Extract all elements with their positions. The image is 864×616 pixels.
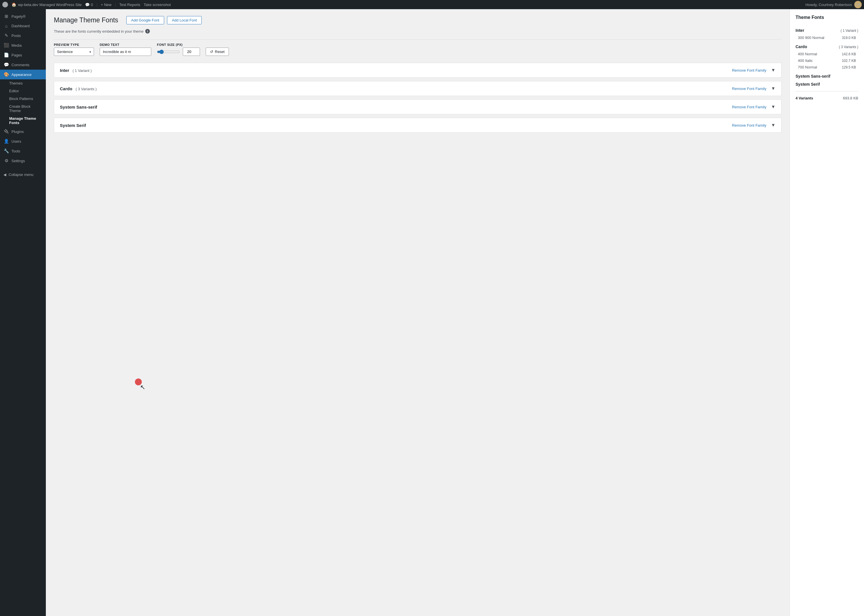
panel-cardo-variant-label-2: 700 Normal	[798, 65, 817, 69]
sidebar-sub-item-create-block-theme[interactable]: Create Block Theme	[9, 102, 46, 115]
panel-divider	[795, 91, 858, 91]
howdy-text: Howdy, Courtney Robertson	[806, 3, 852, 7]
sans-chevron-icon: ▼	[771, 104, 776, 110]
panel-total-variants: 4 Variants	[795, 96, 813, 100]
sidebar-item-media[interactable]: ⬛ Media	[0, 41, 46, 50]
font-item-cardo: Cardo ( 3 Variants ) Remove Font Family …	[54, 81, 781, 96]
subtitle-text: These are the fonts currently embedded i…	[54, 29, 143, 33]
remove-cardo-link[interactable]: Remove Font Family	[732, 86, 766, 91]
media-icon: ⬛	[3, 43, 9, 48]
new-label: + New	[101, 3, 112, 7]
font-item-sans-name-group: System Sans-serif	[60, 105, 99, 110]
house-icon: 🏠	[11, 2, 16, 7]
panel-total-size: 693.8 KB	[843, 96, 859, 100]
font-item-system-sans-serif: System Sans-serif Remove Font Family ▼	[54, 99, 781, 114]
take-screenshot-link[interactable]: Take screenshot	[144, 3, 171, 7]
font-size-slider[interactable]	[157, 50, 180, 54]
appearance-submenu: Themes Editor Block Patterns Create Bloc…	[0, 79, 46, 127]
font-sans-name: System Sans-serif	[60, 105, 97, 110]
controls-row: PREVIEW TYPE Sentence Paragraph Custom D…	[54, 43, 781, 56]
top-bar: W 🏠 wp-beta.dev Managed WordPress Site 💬…	[0, 0, 864, 9]
panel-cardo-variant-2: 700 Normal 129.5 KB	[795, 64, 858, 71]
panel-inter-variant-0: 300 900 Normal 319.0 KB	[795, 35, 858, 41]
font-item-system-serif: System Serif Remove Font Family ▼	[54, 118, 781, 133]
font-item-cardo-name-group: Cardo ( 3 Variants )	[60, 86, 97, 91]
panel-cardo-variant-label-0: 400 Normal	[798, 52, 817, 56]
panel-inter-name: Inter	[795, 28, 804, 33]
test-reports-link[interactable]: Test Reports	[119, 3, 140, 7]
site-name[interactable]: 🏠 wp-beta.dev Managed WordPress Site	[11, 2, 82, 7]
panel-inter-variant-size-0: 319.0 KB	[842, 36, 856, 40]
sidebar-sub-item-editor[interactable]: Editor	[9, 87, 46, 95]
new-button[interactable]: + New	[101, 3, 112, 7]
subtitle: These are the fonts currently embedded i…	[54, 29, 781, 33]
sidebar-item-pagely[interactable]: ⊞ Pagely®	[0, 11, 46, 21]
font-item-serif-header[interactable]: System Serif Remove Font Family ▼	[54, 118, 781, 132]
pages-icon: 📄	[3, 52, 9, 58]
font-item-serif-name-group: System Serif	[60, 123, 88, 128]
sidebar-item-tools[interactable]: 🔧 Tools	[0, 146, 46, 156]
font-inter-name: Inter	[60, 68, 69, 73]
panel-cardo-variant-1: 400 Italic 102.7 KB	[795, 57, 858, 64]
panel-inter-count: ( 1 Variant )	[840, 29, 858, 33]
sidebar-item-label-posts: Posts	[11, 33, 21, 38]
font-size-row	[157, 47, 200, 56]
sidebar-item-plugins[interactable]: 🔌 Plugins	[0, 127, 46, 137]
demo-text-input[interactable]	[100, 47, 151, 56]
remove-serif-link[interactable]: Remove Font Family	[732, 123, 766, 127]
font-size-group: FONT SIZE (PX)	[157, 43, 200, 56]
preview-type-group: PREVIEW TYPE Sentence Paragraph Custom	[54, 43, 94, 56]
preview-type-select[interactable]: Sentence Paragraph Custom	[54, 47, 94, 56]
page-title: Manage Theme Fonts	[54, 16, 118, 24]
sidebar-item-label-media: Media	[11, 43, 22, 47]
comments-count[interactable]: 💬 0	[85, 3, 93, 7]
info-icon[interactable]: i	[145, 29, 150, 33]
howdy-section: Howdy, Courtney Robertson CR	[806, 1, 862, 8]
add-local-font-button[interactable]: Add Local Font	[167, 16, 202, 24]
panel-cardo-count: ( 3 Variants )	[839, 45, 858, 49]
panel-system-sans-name: System Sans-serif	[795, 74, 858, 79]
remove-sans-link[interactable]: Remove Font Family	[732, 105, 766, 109]
font-item-inter: Inter ( 1 Variant ) Remove Font Family ▼	[54, 63, 781, 78]
sidebar-sub-item-themes[interactable]: Themes	[9, 79, 46, 87]
panel-inter-header: Inter ( 1 Variant )	[795, 25, 858, 35]
remove-inter-link[interactable]: Remove Font Family	[732, 68, 766, 72]
sidebar-item-settings[interactable]: ⚙ Settings	[0, 156, 46, 166]
font-item-inter-header[interactable]: Inter ( 1 Variant ) Remove Font Family ▼	[54, 63, 781, 77]
panel-cardo-variant-size-1: 102.7 KB	[842, 59, 856, 63]
sidebar-item-label-appearance: Appearance	[11, 72, 31, 77]
avatar: CR	[854, 1, 862, 8]
collapse-menu[interactable]: ◀ Collapse menu	[0, 170, 46, 179]
sidebar-item-appearance[interactable]: 🎨 Appearance	[0, 70, 46, 79]
sidebar-item-posts[interactable]: ✎ Posts	[0, 31, 46, 41]
sidebar-item-label-dashboard: Dashboard	[11, 24, 30, 28]
add-google-font-button[interactable]: Add Google Font	[126, 16, 164, 24]
right-panel: Theme Fonts Inter ( 1 Variant ) 300 900 …	[790, 9, 864, 616]
sidebar-item-label-users: Users	[11, 139, 21, 143]
panel-cardo-variant-size-2: 129.5 KB	[842, 65, 856, 69]
comments-number: 0	[91, 3, 93, 7]
sidebar: ⊞ Pagely® ⌂ Dashboard ✎ Posts ⬛ Media 📄 …	[0, 9, 46, 616]
sidebar-item-users[interactable]: 👤 Users	[0, 137, 46, 146]
font-cardo-variant-count: ( 3 Variants )	[75, 87, 97, 91]
reset-button[interactable]: ↺ Reset	[206, 47, 229, 56]
sidebar-item-pages[interactable]: 📄 Pages	[0, 50, 46, 60]
sidebar-item-comments[interactable]: 💬 Comments	[0, 60, 46, 70]
plugins-icon: 🔌	[3, 129, 9, 134]
sidebar-sub-item-manage-theme-fonts[interactable]: Manage Theme Fonts	[9, 115, 46, 127]
font-sans-actions: Remove Font Family ▼	[732, 104, 776, 110]
sidebar-sub-item-block-patterns[interactable]: Block Patterns	[9, 95, 46, 102]
collapse-menu-label: Collapse menu	[9, 173, 33, 177]
wp-logo-icon[interactable]: W	[2, 2, 8, 8]
font-size-number-input[interactable]	[183, 47, 200, 56]
font-item-cardo-header[interactable]: Cardo ( 3 Variants ) Remove Font Family …	[54, 82, 781, 96]
wp-logo-text: W	[3, 3, 7, 7]
panel-cardo-name: Cardo	[795, 44, 807, 49]
sidebar-item-dashboard[interactable]: ⌂ Dashboard	[0, 21, 46, 31]
panel-title: Theme Fonts	[795, 15, 858, 20]
sidebar-item-label-pages: Pages	[11, 53, 22, 57]
app-layout: ⊞ Pagely® ⌂ Dashboard ✎ Posts ⬛ Media 📄 …	[0, 9, 864, 616]
appearance-icon: 🎨	[3, 72, 9, 77]
font-size-label: FONT SIZE (PX)	[157, 43, 200, 46]
font-item-sans-header[interactable]: System Sans-serif Remove Font Family ▼	[54, 100, 781, 114]
